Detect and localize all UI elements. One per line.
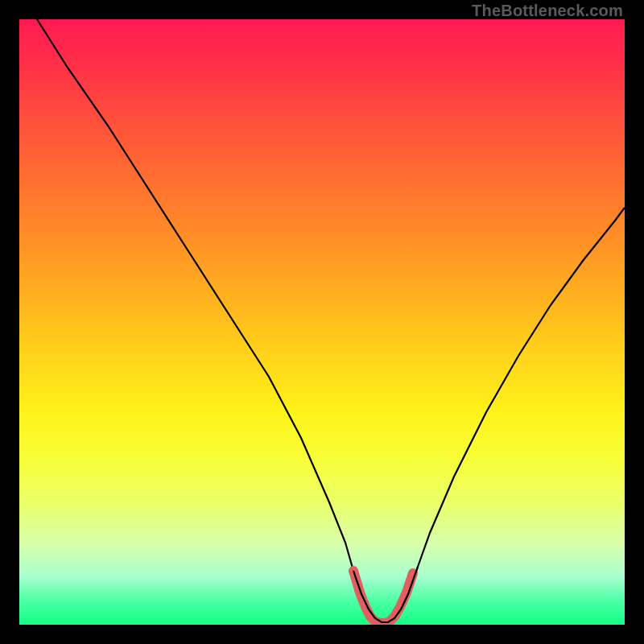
plot-area: [19, 19, 625, 625]
chart-frame: TheBottleneck.com: [0, 0, 644, 644]
attribution-text: TheBottleneck.com: [472, 2, 623, 20]
bottleneck-curve: [37, 19, 625, 622]
curve-layer: [19, 19, 625, 625]
